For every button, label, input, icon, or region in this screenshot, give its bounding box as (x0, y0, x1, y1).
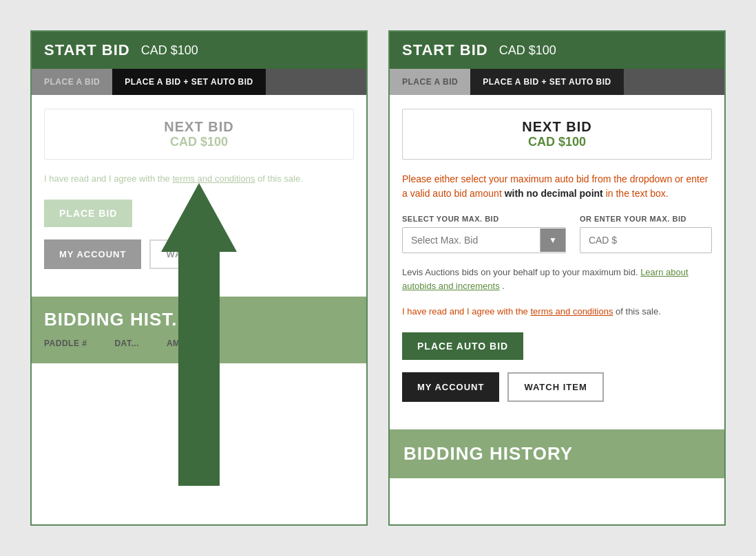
select-wrapper: ▼ (402, 227, 566, 253)
left-history-labels: PADDLE # DAT... AMOUNT (44, 330, 354, 351)
select-dropdown-arrow[interactable]: ▼ (540, 228, 565, 252)
left-start-bid-label: START BID (44, 41, 130, 59)
left-next-bid-amount: CAD $100 (54, 135, 344, 149)
left-next-bid-title: NEXT BID (54, 119, 344, 135)
left-action-buttons: MY ACCOUNT WAT... (44, 239, 354, 269)
right-bidding-history-title: BIDDING HISTORY (403, 443, 711, 464)
right-next-bid-title: NEXT BID (412, 119, 702, 135)
auto-bid-info-text: Levis Auctions bids on your behalf up to… (402, 266, 712, 292)
right-terms-link[interactable]: terms and conditions (530, 306, 613, 317)
right-start-bid-amount: CAD $100 (499, 43, 556, 58)
right-next-bid-amount: CAD $100 (412, 135, 702, 149)
left-start-bid-amount: CAD $100 (141, 43, 198, 58)
left-bidding-history-title: BIDDING HIST... (44, 309, 354, 330)
right-panel: START BID CAD $100 PLACE A BID PLACE A B… (388, 30, 726, 526)
left-terms-link[interactable]: terms and conditions (172, 173, 255, 184)
left-panel-content: NEXT BID CAD $100 I have read and I agre… (32, 95, 366, 297)
date-label: DAT... (114, 339, 138, 348)
enter-group: OR ENTER YOUR MAX. BID (580, 215, 712, 253)
left-tab-place-bid[interactable]: PLACE A BID (32, 69, 112, 95)
left-place-bid-button[interactable]: PLACE BID (44, 200, 132, 227)
right-instructions: Please either select your maximum auto b… (402, 172, 712, 201)
left-my-account-button[interactable]: MY ACCOUNT (44, 239, 141, 269)
right-next-bid-box: NEXT BID CAD $100 (402, 109, 712, 160)
max-bid-text-input[interactable] (580, 227, 712, 253)
left-bidding-history: BIDDING HIST... PADDLE # DAT... AMOUNT (32, 297, 366, 363)
left-terms-text: I have read and I agree with the terms a… (44, 172, 354, 186)
left-tab-auto-bid[interactable]: PLACE A BID + SET AUTO BID (112, 69, 265, 95)
select-group: SELECT YOUR MAX. BID ▼ (402, 215, 566, 253)
right-form-row: SELECT YOUR MAX. BID ▼ OR ENTER YOUR MAX… (402, 215, 712, 253)
right-start-bid-label: START BID (402, 41, 488, 59)
right-tab-auto-bid[interactable]: PLACE A BID + SET AUTO BID (470, 69, 623, 95)
select-label: SELECT YOUR MAX. BID (402, 215, 566, 223)
left-next-bid-box: NEXT BID CAD $100 (44, 109, 354, 160)
right-place-auto-bid-button[interactable]: PLACE AUTO BID (402, 332, 523, 360)
right-bidding-history: BIDDING HISTORY (390, 429, 724, 478)
right-action-buttons: MY ACCOUNT WATCH ITEM (402, 372, 712, 402)
select-max-bid-input[interactable] (403, 228, 540, 253)
left-start-bid-header: START BID CAD $100 (32, 32, 366, 69)
right-tab-place-bid[interactable]: PLACE A BID (390, 69, 470, 95)
right-watch-button[interactable]: WATCH ITEM (507, 372, 603, 402)
left-watch-button[interactable]: WAT... (149, 239, 212, 269)
paddle-label: PADDLE # (44, 339, 87, 348)
amount-label: AMOUNT (167, 339, 205, 348)
instructions-part2: in the text box. (606, 188, 669, 199)
right-my-account-button[interactable]: MY ACCOUNT (402, 372, 499, 402)
right-panel-content: NEXT BID CAD $100 Please either select y… (390, 95, 724, 429)
left-panel: START BID CAD $100 PLACE A BID PLACE A B… (30, 30, 368, 526)
right-start-bid-header: START BID CAD $100 (390, 32, 724, 69)
instructions-bold: with no decimal point (505, 188, 603, 199)
left-tabs-row: PLACE A BID PLACE A BID + SET AUTO BID (32, 69, 366, 95)
right-terms-text: I have read and I agree with the terms a… (402, 305, 712, 319)
right-tabs-row: PLACE A BID PLACE A BID + SET AUTO BID (390, 69, 724, 95)
enter-label: OR ENTER YOUR MAX. BID (580, 215, 712, 223)
